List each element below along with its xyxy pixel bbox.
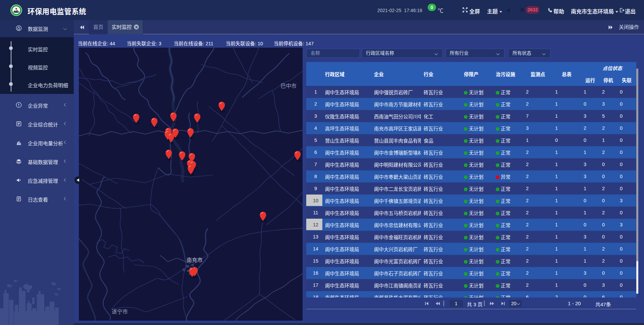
svg-text:遂宁市: 遂宁市 xyxy=(112,309,128,315)
svg-text:南充市: 南充市 xyxy=(186,257,203,263)
svg-text:巴中市: 巴中市 xyxy=(280,83,297,89)
